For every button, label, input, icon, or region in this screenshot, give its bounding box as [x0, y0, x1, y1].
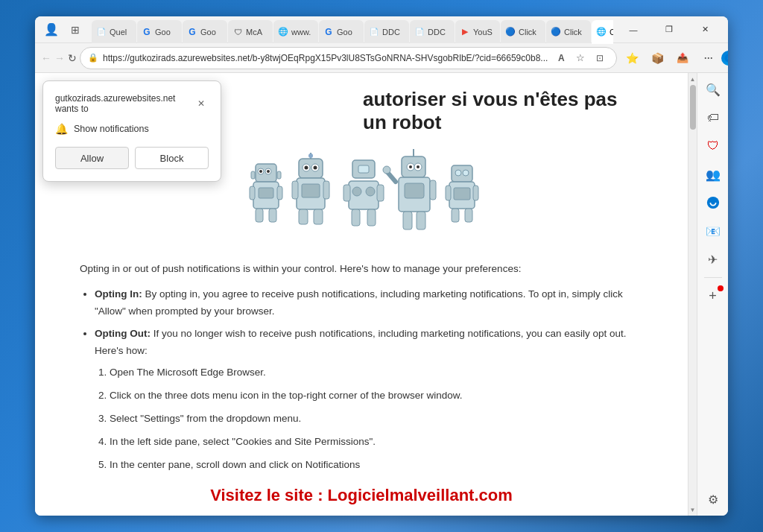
search-sidebar-button[interactable]: 🔍 [700, 76, 726, 103]
allow-button[interactable]: Allow [55, 147, 129, 169]
sidebar-divider [704, 277, 722, 278]
svg-point-50 [463, 170, 469, 176]
send-button[interactable]: 📤 [671, 46, 694, 70]
tab-label: Goo [200, 28, 216, 37]
edge-feature-button[interactable] [700, 189, 726, 216]
tab-favicon: 🌐 [596, 27, 607, 37]
svg-point-30 [366, 187, 375, 196]
favorites-button[interactable]: ☆ [572, 49, 589, 67]
sublist-item: In the left side pane, select "Cookies a… [110, 434, 643, 451]
forward-button[interactable]: → [54, 46, 65, 70]
browser-tab[interactable]: G Goo [319, 20, 364, 44]
tab-favicon: ▶ [460, 27, 470, 37]
edge-logo [721, 51, 728, 66]
tab-label: Click [564, 28, 582, 37]
tab-favicon: 📄 [96, 27, 107, 37]
workspaces-icon[interactable]: ⊞ [65, 19, 86, 40]
browser-tab[interactable]: 📄 DDC [364, 20, 409, 44]
svg-rect-22 [292, 181, 298, 199]
popup-buttons: Allow Block [55, 147, 209, 169]
svg-point-4 [267, 170, 270, 173]
svg-rect-5 [251, 171, 255, 179]
sublist-item: Open The Microsoft Edge Browser. [110, 364, 643, 381]
collections-sidebar-button[interactable]: 🏷 [700, 104, 726, 131]
reader-mode-button[interactable]: A [552, 49, 570, 67]
svg-rect-56 [465, 209, 472, 222]
favorites-star-button[interactable]: ⭐ [620, 46, 644, 70]
back-button[interactable]: ← [41, 46, 51, 70]
scroll-up-button[interactable]: ▲ [688, 73, 697, 85]
sublist: Open The Microsoft Edge Browser. Click o… [95, 364, 643, 474]
nav-icons-right: ⭐ 📦 📤 ··· [620, 46, 728, 70]
collections-button[interactable]: 📦 [645, 46, 669, 70]
svg-rect-8 [259, 188, 273, 198]
browser-tab[interactable]: 📄 DDC [410, 20, 455, 44]
browser-tab[interactable]: 🔵 Click [501, 20, 545, 44]
list-item: Opting In: By opting in, you agree to re… [95, 286, 643, 320]
notification-popup: gutkozirads.azurewebsites.net wants to ✕… [42, 80, 221, 182]
security-sidebar-button[interactable]: 🛡 [700, 133, 726, 159]
tab-label: Quel [110, 28, 127, 37]
svg-rect-32 [377, 185, 384, 201]
svg-rect-54 [473, 186, 478, 200]
browser-tab[interactable]: G Goo [183, 20, 227, 44]
list-item-text: If you no longer wish to receive push no… [95, 328, 627, 356]
svg-point-17 [305, 166, 308, 170]
page-content: gutkozirads.azurewebsites.net wants to ✕… [35, 73, 688, 516]
sublist-item: Select "Settings" from the dropdown menu… [110, 411, 643, 428]
list-item: Opting Out: If you no longer wish to rec… [95, 326, 643, 474]
title-bar: 👤 ⊞ 📄 Quel G Goo G Goo 🛡 McA 🌐 [35, 16, 728, 43]
profile-icon[interactable]: 👤 [41, 19, 62, 40]
bell-icon: 🔔 [55, 123, 68, 135]
tab-favicon: 🔵 [551, 27, 561, 37]
split-view-button[interactable]: ⊡ [591, 49, 609, 67]
svg-point-14 [308, 153, 313, 158]
block-button[interactable]: Block [135, 147, 209, 169]
svg-point-38 [409, 165, 412, 168]
page-title: autoriser si vous n'êtes pas un robot [363, 88, 643, 134]
browser-tab[interactable]: 🔵 Click [546, 20, 591, 44]
sublist-item: Click on the three dots menu icon in the… [110, 387, 643, 405]
tab-favicon: G [187, 27, 197, 37]
list-item-bold: Opting In: [95, 288, 142, 300]
tab-label: Click [519, 28, 536, 37]
minimize-button[interactable]: — [616, 19, 650, 41]
maximize-button[interactable]: ❐ [652, 19, 686, 41]
popup-close-button[interactable]: ✕ [194, 96, 209, 111]
telegram-button[interactable]: ✈ [700, 246, 726, 273]
svg-rect-11 [256, 209, 263, 222]
profile-sidebar-button[interactable]: 👥 [700, 161, 726, 188]
svg-rect-48 [452, 165, 472, 182]
page-list: Opting In: By opting in, you agree to re… [80, 286, 643, 474]
address-icons: A ☆ ⊡ [552, 49, 609, 67]
svg-rect-12 [269, 209, 276, 222]
browser-tab[interactable]: 📄 Quel [92, 20, 136, 44]
browser-tab[interactable]: ▶ YouS [455, 20, 500, 44]
tab-label: Goo [337, 28, 352, 37]
svg-rect-24 [299, 209, 308, 224]
svg-rect-34 [367, 209, 376, 226]
svg-rect-28 [349, 181, 379, 209]
address-bar[interactable]: 🔒 https://gutkozirads.azurewebsites.net/… [80, 47, 617, 69]
refresh-button[interactable]: ↻ [68, 46, 77, 70]
add-sidebar-button[interactable]: + [700, 282, 726, 309]
browser-tab[interactable]: G Goo [137, 20, 182, 44]
browser-window: 👤 ⊞ 📄 Quel G Goo G Goo 🛡 McA 🌐 [35, 16, 728, 516]
settings-sidebar-button[interactable]: ⚙ [700, 486, 726, 513]
svg-rect-53 [446, 186, 451, 200]
list-item-bold: Opting Out: [95, 328, 151, 339]
tab-label: www. [291, 28, 311, 37]
close-button[interactable]: ✕ [688, 19, 722, 41]
scrollbar[interactable]: ▲ ▼ [688, 73, 697, 516]
scroll-thumb[interactable] [690, 85, 696, 130]
svg-rect-21 [302, 184, 320, 197]
scroll-down-button[interactable]: ▼ [688, 504, 697, 516]
browser-tab-active[interactable]: 🌐 Clic ✕ [592, 20, 613, 44]
outlook-button[interactable]: 📧 [700, 218, 726, 244]
browser-tab[interactable]: 🌐 www. [273, 20, 318, 44]
popup-notification-row: 🔔 Show notifications [55, 123, 209, 135]
more-button[interactable]: ··· [696, 46, 720, 70]
browser-tab[interactable]: 🛡 McA [228, 20, 273, 44]
tab-label: YouS [473, 28, 493, 37]
notification-label: Show notifications [74, 124, 149, 134]
